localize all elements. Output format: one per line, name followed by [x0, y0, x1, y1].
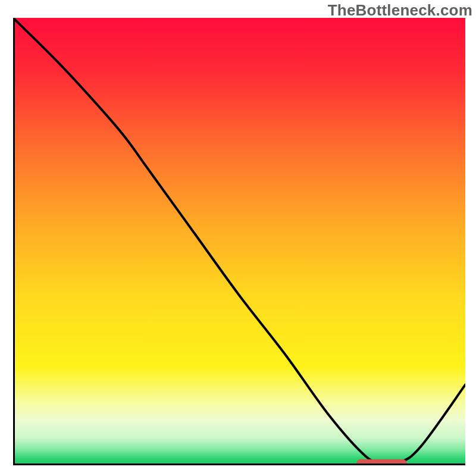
chart-svg — [13, 18, 465, 465]
plot-area — [13, 18, 465, 465]
bottleneck-chart: TheBottleneck.com — [0, 0, 476, 476]
watermark-label: TheBottleneck.com — [328, 1, 472, 20]
gradient-background — [13, 18, 465, 465]
